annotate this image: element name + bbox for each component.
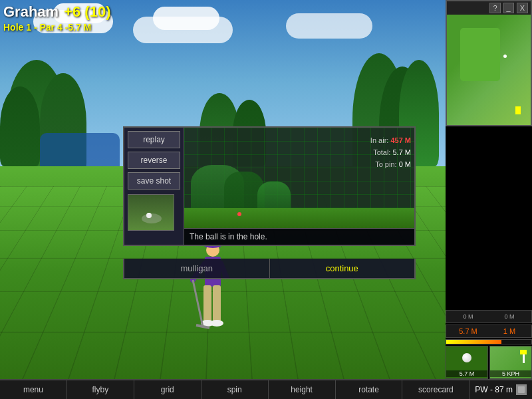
scorecard-button[interactable]: scorecard	[402, 380, 469, 399]
dist-col-left: 0 M	[449, 313, 487, 320]
minimap-fairway	[460, 28, 500, 81]
power-bar	[446, 339, 532, 344]
golfer-figure	[186, 240, 239, 342]
mini-panel-dist-label: 5.7 M	[446, 370, 487, 377]
stat-in-air: In air: 457 M	[370, 134, 411, 146]
grid-button[interactable]: grid	[134, 380, 201, 399]
mini-panel-flag: 5 KPH	[489, 346, 532, 379]
spin-button[interactable]: spin	[201, 380, 269, 399]
shot-result-dialog: replay reverse save shot In air: 457 M	[123, 126, 416, 246]
distance-display: 0 M 0 M	[446, 310, 532, 323]
shot-val-right: 1 M	[490, 327, 529, 335]
dialog-right-panel: In air: 457 M Total: 5.7 M To pin: 0 M T…	[184, 128, 414, 245]
hole-info: Hole 1 - Par 4 -5.7 M	[3, 22, 110, 33]
club-label: PW - 87 m	[475, 385, 513, 394]
save-shot-button[interactable]: save shot	[128, 172, 180, 190]
continue-button[interactable]: continue	[270, 259, 415, 278]
dialog-action-buttons: mulligan continue	[123, 259, 416, 279]
club-info: PW - 87 m	[469, 384, 532, 395]
svg-rect-12	[518, 386, 525, 393]
dist-label-left: 0 M	[449, 313, 487, 320]
stat-total: Total: 5.7 M	[370, 146, 411, 158]
club-icon	[516, 384, 527, 395]
rotate-button[interactable]: rotate	[336, 380, 403, 399]
mini-panel-speed-label: 5 KPH	[490, 370, 531, 377]
hud-top-left: Graham +6 (10) Hole 1 - Par 4 -5.7 M	[3, 3, 110, 33]
dialog-left-panel: replay reverse save shot	[124, 128, 184, 245]
reverse-button[interactable]: reverse	[128, 152, 180, 169]
svg-rect-5	[213, 285, 221, 322]
dialog-stats: In air: 457 M Total: 5.7 M To pin: 0 M	[370, 134, 411, 170]
mini-ball-icon	[462, 353, 471, 362]
shot-val-left: 5.7 M	[449, 327, 487, 335]
menu-button[interactable]: menu	[0, 380, 67, 399]
svg-point-7	[210, 320, 223, 327]
shot-meters: 5.7 M 1 M	[446, 325, 532, 338]
score-display: +6 (10)	[64, 3, 110, 21]
shot-ball-indicator	[237, 212, 241, 216]
flyby-button[interactable]: flyby	[67, 380, 134, 399]
minimap-player-dot	[503, 55, 507, 58]
svg-rect-4	[203, 285, 211, 322]
minimap-flag	[515, 106, 521, 114]
height-button[interactable]: height	[269, 380, 336, 399]
dialog-shot-view: In air: 457 M Total: 5.7 M To pin: 0 M	[184, 128, 414, 228]
mulligan-button[interactable]: mulligan	[124, 259, 270, 278]
dist-col-right: 0 M	[490, 313, 529, 320]
minimap: ? _ X	[446, 0, 532, 126]
stat-to-pin: To pin: 0 M	[370, 158, 411, 170]
mini-panel-ball: 5.7 M	[446, 346, 488, 379]
shot-preview	[128, 194, 174, 231]
player-name: Graham	[3, 3, 59, 21]
minimap-course	[447, 15, 531, 126]
distance-speed-panel: 0 M 0 M 5.7 M 1 M 5.7 M 5 KPH	[446, 310, 532, 379]
dist-label-right: 0 M	[490, 313, 529, 320]
power-fill	[446, 340, 501, 344]
svg-line-8	[193, 280, 203, 327]
minimap-bottom-row: 5.7 M 5 KPH	[446, 346, 532, 379]
bottom-toolbar: menu flyby grid spin height rotate score…	[0, 379, 532, 399]
minimap-close-btn[interactable]: X	[517, 3, 528, 13]
dialog-message: The ball is in the hole.	[184, 228, 414, 245]
minimap-question-btn[interactable]: ?	[489, 3, 500, 13]
replay-button[interactable]: replay	[128, 131, 180, 148]
minimap-header: ? _ X	[447, 1, 531, 15]
minimap-minimize-btn[interactable]: _	[503, 3, 514, 13]
